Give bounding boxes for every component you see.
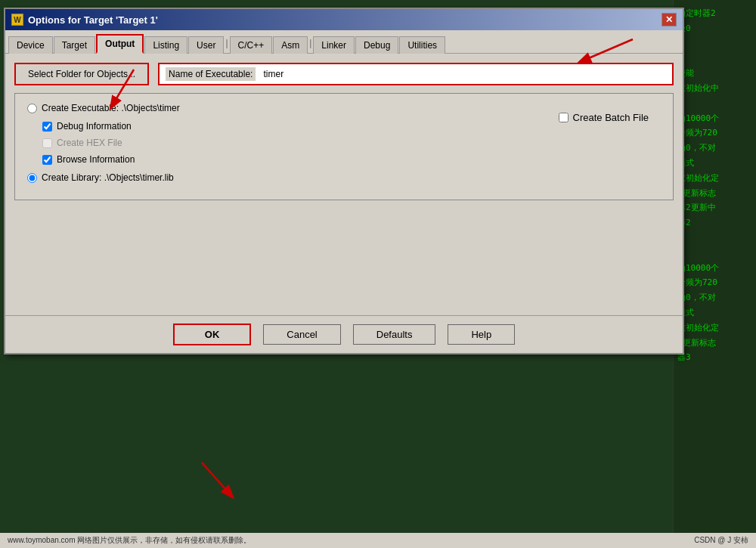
create-library-radio[interactable] xyxy=(27,173,37,183)
title-bar: W Options for Target 'Target 1' ✕ xyxy=(5,9,683,30)
tab-utilities[interactable]: Utilities xyxy=(399,36,445,54)
watermark: www.toymoban.com 网络图片仅供展示，非存储，如有侵权请联系删除。… xyxy=(0,533,756,548)
browse-info-row: Browse Information xyxy=(42,154,661,165)
create-batch-label: Create Batch File xyxy=(573,112,649,123)
create-library-row: Create Library: .\Objects\timer.lib xyxy=(27,172,661,183)
create-batch-checkbox[interactable] xyxy=(559,113,569,122)
tab-user[interactable]: User xyxy=(188,36,224,54)
executable-input[interactable] xyxy=(260,67,666,81)
tabs-bar: Device Target Output Listing User | C/C+… xyxy=(5,30,683,54)
create-library-label: Create Library: .\Objects\timer.lib xyxy=(42,172,174,183)
create-hex-checkbox xyxy=(42,138,52,148)
button-row: OK Cancel Defaults Help xyxy=(5,315,683,353)
dialog-title: Options for Target 'Target 1' xyxy=(28,14,158,26)
tab-device[interactable]: Device xyxy=(8,36,53,54)
title-bar-left: W Options for Target 'Target 1' xyxy=(11,14,158,26)
create-executable-radio[interactable] xyxy=(27,104,37,113)
tab-listing[interactable]: Listing xyxy=(144,36,187,54)
create-executable-label: Create Executable: .\Objects\timer xyxy=(42,103,180,113)
tab-asm[interactable]: Asm xyxy=(273,36,308,54)
select-folder-button[interactable]: Select Folder for Objects... xyxy=(14,63,149,85)
create-hex-label: Create HEX File xyxy=(57,138,122,148)
options-dialog: W Options for Target 'Target 1' ✕ Device… xyxy=(4,8,684,354)
tab-output[interactable]: Output xyxy=(96,34,144,54)
tab-debug[interactable]: Debug xyxy=(355,36,398,54)
defaults-button[interactable]: Defaults xyxy=(353,324,436,345)
cancel-button[interactable]: Cancel xyxy=(263,324,340,345)
batch-file-row: Create Batch File xyxy=(559,112,649,123)
content-box: Create Batch File Create Executable: .\O… xyxy=(14,93,674,200)
debug-info-checkbox[interactable] xyxy=(42,122,52,132)
create-hex-row: Create HEX File xyxy=(42,138,661,148)
tab-linker[interactable]: Linker xyxy=(313,36,355,54)
browse-info-checkbox[interactable] xyxy=(42,155,52,165)
app-icon: W xyxy=(11,14,23,26)
right-panel: 为定时器2 级0 4 使能 数初始化中 为10000个 分频为720 为0，不对… xyxy=(673,0,756,548)
browse-info-label: Browse Information xyxy=(57,154,135,165)
tab-cpp[interactable]: C/C++ xyxy=(230,36,273,54)
content-inner: Create Batch File Create Executable: .\O… xyxy=(27,103,661,183)
dialog-body: Select Folder for Objects... Name of Exe… xyxy=(5,54,683,315)
ok-button[interactable]: OK xyxy=(173,324,252,345)
watermark-right: CSDN @ J 安柿 xyxy=(694,535,748,546)
tab-target[interactable]: Target xyxy=(54,36,95,54)
top-row: Select Folder for Objects... Name of Exe… xyxy=(14,63,674,85)
executable-label: Name of Executable: xyxy=(166,67,256,81)
help-button[interactable]: Help xyxy=(448,324,515,345)
watermark-left: www.toymoban.com 网络图片仅供展示，非存储，如有侵权请联系删除。 xyxy=(8,535,251,546)
spacer xyxy=(14,208,674,306)
debug-info-label: Debug Information xyxy=(57,121,132,132)
close-button[interactable]: ✕ xyxy=(662,13,677,26)
executable-group: Name of Executable: xyxy=(158,63,674,85)
